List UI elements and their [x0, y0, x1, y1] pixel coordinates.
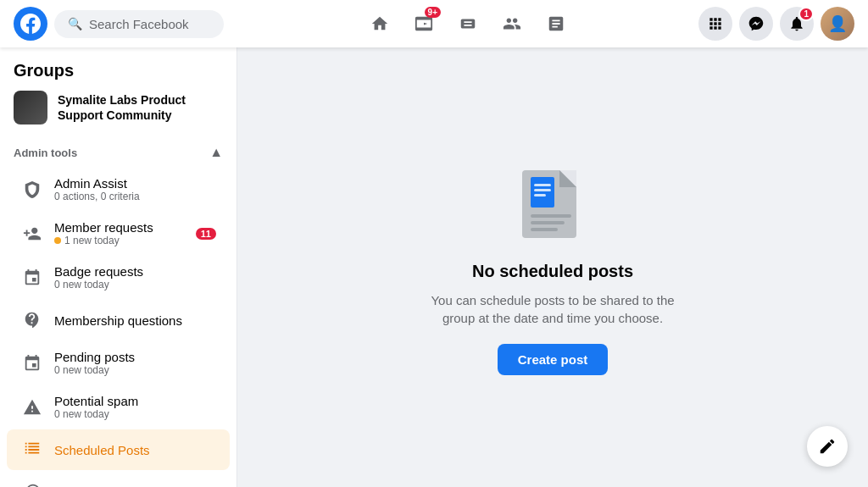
- search-icon: 🔍: [68, 17, 82, 30]
- member-requests-content: Member requests 1 new today: [54, 220, 186, 246]
- member-requests-label: Member requests: [54, 220, 186, 235]
- badge-requests-content: Badge requests 0 new today: [54, 264, 216, 291]
- home-nav-button[interactable]: [359, 3, 400, 44]
- sidebar-item-member-requests[interactable]: Member requests 1 new today 11: [7, 212, 230, 255]
- video-nav-button[interactable]: 9+: [403, 3, 444, 44]
- svg-rect-4: [534, 184, 551, 186]
- svg-rect-5: [534, 189, 551, 191]
- groups-title: Groups: [0, 54, 236, 84]
- badge-requests-label: Badge requests: [54, 264, 216, 279]
- sidebar-item-membership-questions[interactable]: Membership questions: [7, 300, 230, 340]
- group-avatar: [14, 91, 47, 125]
- member-requests-icon: [20, 222, 44, 246]
- topnav-left: 🔍 Search Facebook: [14, 7, 251, 41]
- badge-requests-sub: 0 new today: [54, 279, 216, 291]
- topnav: 🔍 Search Facebook 9+ 1: [0, 0, 868, 47]
- sidebar: Groups Symalite Labs Product Support Com…: [0, 47, 237, 487]
- admin-assist-content: Admin Assist 0 actions, 0 criteria: [54, 176, 216, 202]
- document-icon-svg: [515, 160, 590, 245]
- float-edit-button[interactable]: [807, 426, 848, 467]
- notification-badge: 1: [798, 7, 814, 21]
- admin-tools-header[interactable]: Admin tools ▲: [0, 138, 236, 167]
- pending-posts-icon: [20, 351, 44, 375]
- group-item[interactable]: Symalite Labs Product Support Community: [0, 84, 236, 131]
- messenger-button[interactable]: [739, 7, 773, 41]
- scheduled-posts-icon: [20, 438, 44, 462]
- scheduled-posts-content: Scheduled Posts: [54, 443, 216, 457]
- new-dot: [54, 237, 61, 244]
- facebook-logo[interactable]: [14, 7, 47, 41]
- pending-posts-label: Pending posts: [54, 350, 216, 364]
- potential-spam-sub: 0 new today: [54, 408, 216, 420]
- collapse-icon: ▲: [209, 145, 223, 160]
- sidebar-item-potential-spam[interactable]: Potential spam 0 new today: [7, 385, 230, 429]
- group-name: Symalite Labs Product Support Community: [58, 92, 223, 123]
- svg-rect-3: [531, 177, 554, 208]
- empty-state-icon: [515, 160, 590, 245]
- admin-assist-sub: 0 actions, 0 criteria: [54, 191, 216, 202]
- group-info: Symalite Labs Product Support Community: [58, 92, 223, 123]
- potential-spam-label: Potential spam: [54, 394, 216, 408]
- search-placeholder: Search Facebook: [89, 17, 189, 31]
- membership-questions-icon: [20, 308, 44, 332]
- sidebar-item-activity-log[interactable]: Activity log: [7, 471, 230, 487]
- empty-state: No scheduled posts You can schedule post…: [417, 160, 688, 375]
- potential-spam-content: Potential spam 0 new today: [54, 394, 216, 420]
- activity-log-content: Activity log: [54, 484, 216, 488]
- membership-questions-label: Membership questions: [54, 313, 216, 328]
- svg-rect-8: [531, 221, 565, 224]
- sidebar-items-list: Admin Assist 0 actions, 0 criteria Membe…: [0, 168, 236, 487]
- sidebar-item-admin-assist[interactable]: Admin Assist 0 actions, 0 criteria: [7, 168, 230, 211]
- marketplace-nav-button[interactable]: [448, 3, 488, 44]
- activity-log-icon: [20, 479, 44, 487]
- admin-assist-label: Admin Assist: [54, 176, 216, 191]
- topnav-right: 1 👤: [685, 7, 854, 41]
- member-requests-sub: 1 new today: [54, 235, 186, 246]
- sidebar-groups-section: Groups Symalite Labs Product Support Com…: [0, 47, 236, 138]
- pending-posts-sub: 0 new today: [54, 364, 216, 376]
- video-nav-badge: 9+: [425, 7, 441, 18]
- potential-spam-icon: [20, 396, 44, 419]
- admin-tools-label: Admin tools: [14, 147, 77, 159]
- empty-state-title: No scheduled posts: [472, 262, 633, 281]
- sidebar-item-pending-posts[interactable]: Pending posts 0 new today: [7, 341, 230, 385]
- user-avatar[interactable]: 👤: [821, 7, 854, 41]
- edit-icon: [818, 437, 837, 456]
- badge-requests-icon: [20, 266, 44, 290]
- svg-rect-9: [531, 228, 558, 231]
- notifications-button[interactable]: 1: [780, 7, 814, 41]
- create-post-button[interactable]: Create post: [498, 344, 609, 375]
- fb-logo-icon: [20, 14, 41, 34]
- groups-nav-button[interactable]: [492, 3, 532, 44]
- scheduled-posts-label: Scheduled Posts: [54, 443, 216, 457]
- admin-assist-icon: [20, 178, 44, 202]
- empty-state-description: You can schedule posts to be shared to t…: [417, 291, 688, 327]
- apps-button[interactable]: [698, 7, 732, 41]
- group-avatar-image: [14, 91, 47, 125]
- main-content: No scheduled posts You can schedule post…: [237, 47, 868, 487]
- sidebar-item-badge-requests[interactable]: Badge requests 0 new today: [7, 256, 230, 299]
- sidebar-item-scheduled-posts[interactable]: Scheduled Posts: [7, 429, 230, 470]
- member-requests-badge: 11: [196, 228, 216, 240]
- search-bar[interactable]: 🔍 Search Facebook: [54, 10, 224, 38]
- pending-posts-content: Pending posts 0 new today: [54, 350, 216, 376]
- activity-log-label: Activity log: [54, 484, 216, 488]
- svg-rect-7: [531, 214, 571, 218]
- topnav-center: 9+: [251, 3, 685, 44]
- pages-nav-button[interactable]: [536, 3, 576, 44]
- membership-questions-content: Membership questions: [54, 313, 216, 328]
- svg-rect-6: [534, 194, 546, 196]
